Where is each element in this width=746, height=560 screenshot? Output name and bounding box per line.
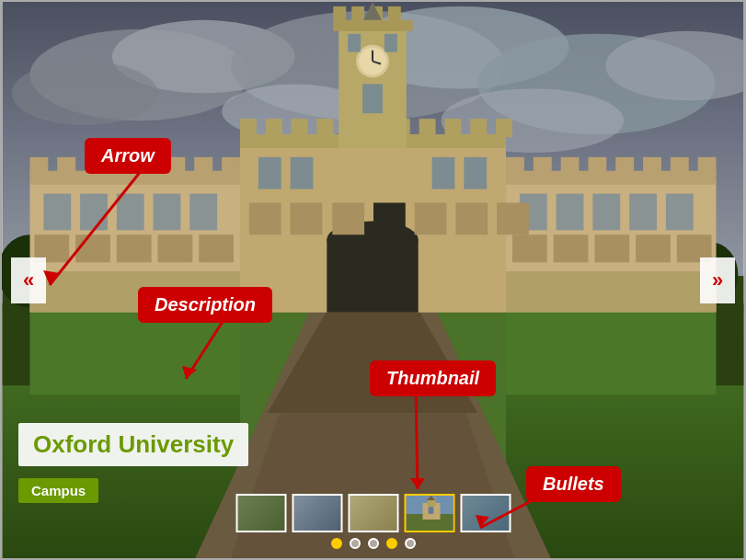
svg-rect-68 [249,203,281,235]
svg-rect-85 [470,119,487,137]
svg-rect-23 [80,194,108,231]
svg-rect-22 [43,194,71,231]
svg-rect-58 [643,157,661,176]
slide-background [2,2,744,558]
svg-rect-54 [534,157,552,176]
thumbnail-4[interactable] [404,494,454,532]
svg-rect-89 [333,6,346,23]
svg-rect-28 [75,234,110,262]
svg-rect-64 [258,157,281,189]
svg-rect-73 [455,203,488,235]
svg-rect-24 [117,194,144,231]
svg-rect-34 [57,157,75,176]
svg-rect-53 [506,157,524,176]
svg-rect-37 [140,157,158,176]
right-chevron-icon: » [712,269,723,292]
svg-rect-45 [629,194,657,231]
svg-rect-66 [432,157,455,189]
svg-rect-76 [240,119,257,137]
bullet-3[interactable] [368,538,379,549]
svg-rect-48 [554,234,589,262]
svg-rect-83 [419,119,436,137]
svg-rect-25 [154,194,181,231]
svg-rect-26 [189,194,217,231]
svg-point-3 [12,62,158,126]
thumbnail-3[interactable] [348,494,398,532]
svg-rect-40 [222,157,240,176]
svg-rect-101 [29,271,239,313]
thumbnail-2[interactable] [292,494,342,532]
prev-arrow-button[interactable]: « [11,257,46,303]
svg-rect-72 [415,203,447,235]
svg-rect-39 [194,157,212,176]
svg-rect-67 [464,157,487,189]
bullet-4[interactable] [386,538,397,549]
svg-rect-70 [332,203,364,235]
slideshow: « » Oxford University Campus Arrow Descr… [0,0,746,560]
svg-rect-92 [388,6,401,23]
svg-rect-49 [594,234,629,262]
svg-rect-44 [592,194,620,231]
svg-rect-69 [291,203,323,235]
bullet-1[interactable] [331,538,342,549]
svg-rect-103 [29,313,239,394]
svg-rect-74 [497,203,529,235]
svg-rect-102 [506,271,716,313]
svg-rect-78 [292,119,308,137]
svg-rect-99 [384,34,397,52]
svg-rect-56 [588,157,606,176]
svg-rect-29 [117,234,152,262]
svg-rect-35 [85,157,103,176]
thumbnail-strip [235,494,511,532]
svg-rect-55 [561,157,580,176]
svg-rect-79 [316,119,333,137]
svg-rect-38 [166,157,185,176]
svg-rect-36 [112,157,131,176]
slide-title-box: Oxford University [18,423,248,466]
svg-rect-71 [373,203,406,235]
svg-rect-104 [506,313,716,394]
svg-rect-50 [636,234,671,262]
category-badge: Campus [18,478,98,503]
svg-rect-98 [348,34,361,52]
svg-rect-60 [698,157,717,176]
svg-rect-46 [666,194,694,231]
svg-rect-30 [158,234,193,262]
svg-rect-86 [496,119,512,137]
bullet-2[interactable] [350,538,361,549]
thumbnail-1[interactable] [235,494,286,532]
bullet-5[interactable] [405,538,416,549]
svg-rect-77 [266,119,282,137]
svg-rect-43 [557,194,584,231]
svg-rect-59 [671,157,689,176]
bullet-dots [331,538,416,549]
svg-rect-65 [291,157,314,189]
svg-rect-47 [512,234,547,262]
svg-rect-33 [29,157,48,176]
svg-rect-84 [444,119,461,137]
svg-rect-97 [362,84,383,113]
svg-rect-90 [351,6,364,23]
thumbnail-5[interactable] [460,494,511,532]
left-chevron-icon: « [23,269,34,292]
svg-rect-119 [428,507,433,514]
svg-rect-31 [199,234,234,262]
slide-title-text: Oxford University [33,430,234,458]
next-arrow-button[interactable]: » [700,257,735,303]
svg-rect-57 [615,157,634,176]
